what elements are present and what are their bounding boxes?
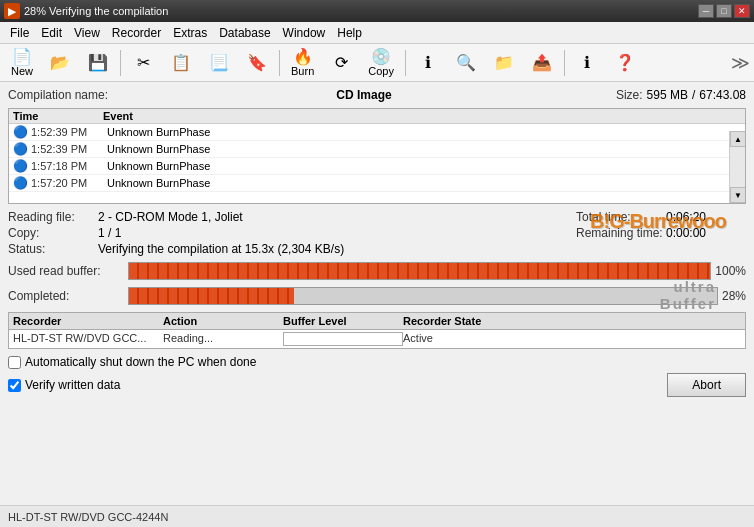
cut-button[interactable]: ✂ bbox=[125, 47, 161, 79]
log-row-icon: 🔵 bbox=[13, 142, 27, 156]
bookmark-button[interactable]: 🔖 bbox=[239, 47, 275, 79]
burn-button[interactable]: 🔥 Burn bbox=[284, 47, 321, 79]
menu-edit[interactable]: Edit bbox=[35, 25, 68, 41]
new-icon: 📄 bbox=[12, 49, 32, 65]
copy-disc-icon: 💿 bbox=[371, 49, 391, 65]
ultrabuffer-line2: Buffer bbox=[660, 296, 716, 313]
time-value: 67:43.08 bbox=[699, 88, 746, 102]
read-buffer-bar bbox=[128, 262, 711, 280]
completed-pct: 28% bbox=[722, 289, 746, 303]
scroll-track[interactable] bbox=[730, 147, 745, 187]
open-button[interactable]: 📂 bbox=[42, 47, 78, 79]
cut-icon: ✂ bbox=[137, 55, 150, 71]
copy-disc-button[interactable]: 💿 Copy bbox=[361, 47, 401, 79]
help-button[interactable]: ❓ bbox=[607, 47, 643, 79]
burn-label: Burn bbox=[291, 65, 314, 77]
table-row: HL-DT-ST RW/DVD GCC... Reading... Active bbox=[9, 330, 745, 348]
menu-file[interactable]: File bbox=[4, 25, 35, 41]
log-time-3: 1:57:20 PM bbox=[31, 177, 107, 189]
copy-label: Copy bbox=[368, 65, 394, 77]
log-event-1: Unknown BurnPhase bbox=[107, 143, 741, 155]
slash: / bbox=[692, 88, 695, 102]
copy-files-icon: 📋 bbox=[171, 55, 191, 71]
ultrabuffer-line1: ultra bbox=[660, 279, 716, 296]
verify-label: Verify written data bbox=[25, 378, 120, 392]
size-label: Size: bbox=[616, 88, 643, 102]
scroll-down[interactable]: ▼ bbox=[730, 187, 746, 203]
menu-recorder[interactable]: Recorder bbox=[106, 25, 167, 41]
sep4 bbox=[564, 50, 565, 76]
reading-value: 2 - CD-ROM Mode 1, Joliet bbox=[98, 210, 576, 224]
sep1 bbox=[120, 50, 121, 76]
log-body[interactable]: 🔵 1:52:39 PM Unknown BurnPhase 🔵 1:52:39… bbox=[9, 124, 745, 198]
completed-row: Completed: 28% ultra Buffer bbox=[8, 287, 746, 305]
info-button[interactable]: ℹ bbox=[410, 47, 446, 79]
copy-files-button[interactable]: 📋 bbox=[163, 47, 199, 79]
log-event-header: Event bbox=[103, 110, 741, 122]
toolbar-right: ≫ bbox=[731, 52, 750, 74]
sep2 bbox=[279, 50, 280, 76]
app-icon: ▶ bbox=[4, 3, 20, 19]
auto-shutdown-checkbox[interactable] bbox=[8, 356, 21, 369]
menu-view[interactable]: View bbox=[68, 25, 106, 41]
copy-label: Copy: bbox=[8, 226, 98, 240]
folder-button[interactable]: 📁 bbox=[486, 47, 522, 79]
info2-button[interactable]: ℹ bbox=[569, 47, 605, 79]
minimize-button[interactable]: ─ bbox=[698, 4, 714, 18]
log-row-icon: 🔵 bbox=[13, 125, 27, 139]
info-icon: ℹ bbox=[425, 55, 431, 71]
log-time-0: 1:52:39 PM bbox=[31, 126, 107, 138]
toolbar-expand-icon[interactable]: ≫ bbox=[731, 52, 750, 74]
ultrabuffer-logo: ultra Buffer bbox=[660, 279, 716, 312]
abort-button[interactable]: Abort bbox=[667, 373, 746, 397]
log-header: Time Event bbox=[9, 109, 745, 124]
log-event-3: Unknown BurnPhase bbox=[107, 177, 741, 189]
td-state-0: Active bbox=[403, 332, 741, 346]
status-bar: HL-DT-ST RW/DVD GCC-4244N bbox=[0, 505, 754, 527]
save-button[interactable]: 💾 bbox=[80, 47, 116, 79]
remaining-label: Remaining time: bbox=[576, 226, 666, 240]
menu-help[interactable]: Help bbox=[331, 25, 368, 41]
log-time-header: Time bbox=[13, 110, 103, 122]
auto-shutdown-row: Automatically shut down the PC when done bbox=[8, 355, 746, 369]
auto-shutdown-label: Automatically shut down the PC when done bbox=[25, 355, 256, 369]
reading-label: Reading file: bbox=[8, 210, 98, 224]
scroll-up[interactable]: ▲ bbox=[730, 131, 746, 147]
menu-bar: File Edit View Recorder Extras Database … bbox=[0, 22, 754, 44]
verify-checkbox[interactable] bbox=[8, 379, 21, 392]
status-label: Status: bbox=[8, 242, 98, 256]
td-recorder-0: HL-DT-ST RW/DVD GCC... bbox=[13, 332, 163, 346]
verify-row: Verify written data bbox=[8, 378, 120, 392]
size-value: 595 MB bbox=[647, 88, 688, 102]
log-row: 🔵 1:57:18 PM Unknown BurnPhase bbox=[9, 158, 745, 175]
bookmark-icon: 🔖 bbox=[247, 55, 267, 71]
new-label: New bbox=[11, 65, 33, 77]
compilation-info: Compilation name: CD Image Size: 595 MB … bbox=[8, 88, 746, 102]
menu-window[interactable]: Window bbox=[277, 25, 332, 41]
help-icon: ❓ bbox=[615, 55, 635, 71]
menu-database[interactable]: Database bbox=[213, 25, 276, 41]
col-state: Recorder State bbox=[403, 315, 741, 327]
folder-icon: 📁 bbox=[494, 55, 514, 71]
search-button[interactable]: 🔍 bbox=[448, 47, 484, 79]
read-buffer-pct: 100% bbox=[715, 264, 746, 278]
maximize-button[interactable]: □ bbox=[716, 4, 732, 18]
window-title: 28% Verifying the compilation bbox=[24, 5, 698, 17]
td-action-0: Reading... bbox=[163, 332, 283, 346]
export-button[interactable]: 📤 bbox=[524, 47, 560, 79]
new-button[interactable]: 📄 New bbox=[4, 47, 40, 79]
log-area: Time Event 🔵 1:52:39 PM Unknown BurnPhas… bbox=[8, 108, 746, 204]
log-row-icon: 🔵 bbox=[13, 176, 27, 190]
log-row-icon: 🔵 bbox=[13, 159, 27, 173]
remaining-value: 0:00:00 bbox=[666, 226, 746, 240]
menu-extras[interactable]: Extras bbox=[167, 25, 213, 41]
reread-button[interactable]: ⟳ bbox=[323, 47, 359, 79]
log-scrollbar[interactable]: ▲ ▼ bbox=[729, 131, 745, 203]
total-time-value: 0:06:20 bbox=[666, 210, 746, 224]
table-header: Recorder Action Buffer Level Recorder St… bbox=[9, 313, 745, 330]
close-button[interactable]: ✕ bbox=[734, 4, 750, 18]
info2-icon: ℹ bbox=[584, 55, 590, 71]
paste-button[interactable]: 📃 bbox=[201, 47, 237, 79]
sep3 bbox=[405, 50, 406, 76]
col-action: Action bbox=[163, 315, 283, 327]
